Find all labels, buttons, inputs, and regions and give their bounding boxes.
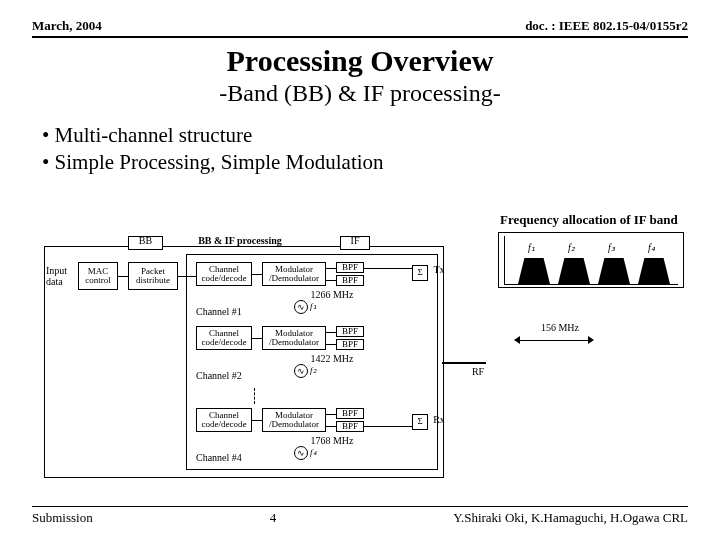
bullet-2: • Simple Processing, Simple Modulation bbox=[42, 150, 688, 175]
ch2-label: Channel #2 bbox=[196, 370, 256, 381]
mac-box: MAC control bbox=[78, 262, 118, 290]
ch2-mod: Modulator /Demodulator bbox=[262, 326, 326, 350]
fl-1: f₁ bbox=[528, 242, 535, 253]
tx-label: Tx bbox=[430, 264, 448, 275]
sigma-rx: Σ bbox=[412, 414, 428, 430]
l-ch2-b bbox=[326, 332, 336, 333]
page-title: Processing Overview bbox=[32, 44, 688, 78]
ch1-f: f₁ bbox=[310, 301, 317, 311]
rf-label: RF bbox=[466, 366, 490, 377]
packet-box: Packet distribute bbox=[128, 262, 178, 290]
ch1-label: Channel #1 bbox=[196, 306, 256, 317]
bb-label: BB bbox=[128, 235, 163, 246]
arrow-left-icon bbox=[514, 336, 520, 344]
footer-center: 4 bbox=[270, 510, 277, 526]
l-ch1-b bbox=[326, 268, 336, 269]
footer: Submission 4 Y.Shiraki Oki, K.Hamaguchi,… bbox=[32, 506, 688, 526]
ch1-mod: Modulator /Demodulator bbox=[262, 262, 326, 286]
ch2-osc: ∿ bbox=[294, 364, 308, 378]
ch4-osc: ∿ bbox=[294, 446, 308, 460]
gap-dots bbox=[254, 388, 255, 404]
ch4-mod: Modulator /Demodulator bbox=[262, 408, 326, 432]
bb-if-heading: BB & IF processing bbox=[170, 235, 310, 246]
ch2-mhz: 1422 MHz bbox=[302, 353, 362, 364]
ch4-mhz: 1768 MHz bbox=[302, 435, 362, 446]
arrow-right-icon bbox=[588, 336, 594, 344]
ch4-f: f₄ bbox=[310, 447, 317, 457]
l-mac-packet bbox=[118, 276, 128, 277]
ch1-mhz: 1266 MHz bbox=[302, 289, 362, 300]
if-scale-line bbox=[518, 340, 590, 341]
ch4-bpf-a: BPF bbox=[336, 408, 364, 419]
l-ch4-b bbox=[326, 414, 336, 415]
if-scale: 156 MHz bbox=[530, 322, 590, 333]
freq-yaxis bbox=[504, 236, 505, 284]
l-ch2-a bbox=[252, 338, 262, 339]
ch2-code: Channel code/decode bbox=[196, 326, 252, 350]
l-ch2-c bbox=[326, 344, 336, 345]
ch2-bpf-a: BPF bbox=[336, 326, 364, 337]
footer-left: Submission bbox=[32, 510, 93, 526]
rf-line bbox=[442, 362, 486, 364]
freq-caption: Frequency allocation of IF band bbox=[500, 212, 678, 228]
ch4-code: Channel code/decode bbox=[196, 408, 252, 432]
l-ch4-c bbox=[326, 426, 336, 427]
ch2-f: f₂ bbox=[310, 365, 317, 375]
header-docref: doc. : IEEE 802.15-04/0155r2 bbox=[525, 18, 688, 34]
ch2-bpf-b: BPF bbox=[336, 339, 364, 350]
ch1-osc: ∿ bbox=[294, 300, 308, 314]
page-subtitle: -Band (BB) & IF processing- bbox=[32, 80, 688, 107]
footer-right: Y.Shiraki Oki, K.Hamaguchi, H.Ogawa CRL bbox=[453, 510, 688, 526]
ch1-bpf-a: BPF bbox=[336, 262, 364, 273]
l-ch4-a bbox=[252, 420, 262, 421]
sigma-tx: Σ bbox=[412, 265, 428, 281]
fl-4: f₄ bbox=[648, 242, 655, 253]
ch1-bpf-b: BPF bbox=[336, 275, 364, 286]
bullet-1: • Multi-channel structure bbox=[42, 123, 688, 148]
rx-label: Rx bbox=[430, 414, 448, 425]
l-to-sigma-tx bbox=[364, 268, 412, 269]
header: March, 2004 doc. : IEEE 802.15-04/0155r2 bbox=[32, 18, 688, 38]
ch4-bpf-b: BPF bbox=[336, 421, 364, 432]
l-ch1-c bbox=[326, 280, 336, 281]
input-data-label: Input data bbox=[46, 265, 76, 287]
l-to-sigma-rx bbox=[364, 426, 412, 427]
header-date: March, 2004 bbox=[32, 18, 102, 34]
fl-3: f₃ bbox=[608, 242, 615, 253]
l-packet-ch1 bbox=[178, 276, 196, 277]
freq-xaxis bbox=[504, 284, 678, 285]
if-label: IF bbox=[340, 235, 370, 246]
l-ch1-a bbox=[252, 274, 262, 275]
fl-2: f₂ bbox=[568, 242, 575, 253]
ch1-code: Channel code/decode bbox=[196, 262, 252, 286]
ch4-label: Channel #4 bbox=[196, 452, 256, 463]
